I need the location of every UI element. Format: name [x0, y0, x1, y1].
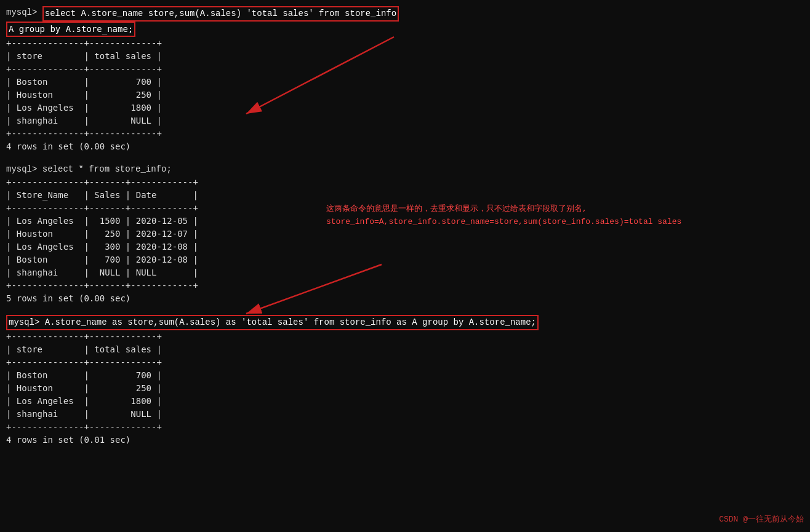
block3-table-sep-mid: +--------------+-------------+	[6, 356, 804, 369]
block3-row-1: | Boston | 700 |	[6, 369, 804, 382]
block1-table-header: | store | total sales |	[6, 50, 804, 63]
block3-table-header: | store | total sales |	[6, 343, 804, 356]
block2-table-header: | Store_Name | Sales | Date |	[6, 189, 804, 202]
annotation-block: 这两条命令的意思是一样的，去重求和显示，只不过给表和字段取了别名, store_…	[326, 203, 794, 229]
block1-table-sep-top: +--------------+-------------+	[6, 37, 804, 50]
block3-table-sep-bot: +--------------+-------------+	[6, 421, 804, 434]
block2-row-2: | Houston | 250 | 2020-12-07 |	[6, 228, 804, 240]
block3-cmd: mysql> A.store_name as store,sum(A.sales…	[6, 315, 539, 330]
block2-table-sep1: +--------------+-------+------------+	[6, 176, 804, 189]
block3-row-2: | Houston | 250 |	[6, 382, 804, 395]
block1-table-sep-bot: +--------------+-------------+	[6, 127, 804, 140]
block3-table-sep-top: +--------------+-------------+	[6, 330, 804, 343]
block1-row-4: | shanghai | NULL |	[6, 114, 804, 127]
annotation-line2: store_info=A,store_info.store_name=store…	[326, 217, 681, 226]
block3-section: mysql> A.store_name as store,sum(A.sales…	[6, 315, 804, 447]
block1-prompt-line: mysql> select A.store_name store,sum(A.s…	[6, 6, 804, 22]
block2-result: 5 rows in set (0.00 sec)	[6, 292, 804, 305]
block1-row-2: | Houston | 250 |	[6, 89, 804, 101]
block1-cmd-line2-container: A group by A.store_name;	[6, 22, 804, 37]
block2-row-4: | Boston | 700 | 2020-12-08 |	[6, 253, 804, 266]
block3-result: 4 rows in set (0.01 sec)	[6, 434, 804, 447]
annotation-line1: 这两条命令的意思是一样的，去重求和显示，只不过给表和字段取了别名,	[326, 204, 587, 213]
block2-prompt-line: mysql> select * from store_info;	[6, 163, 804, 176]
block2-row-5: | shanghai | NULL | NULL |	[6, 266, 804, 279]
block1-row-3: | Los Angeles | 1800 |	[6, 101, 804, 114]
block2-prompt: mysql>	[6, 163, 42, 176]
block2-section: mysql> select * from store_info; +------…	[6, 163, 804, 305]
watermark: CSDN @一往无前从今始	[719, 514, 804, 525]
block1-row-1: | Boston | 700 |	[6, 76, 804, 89]
block3-prompt-line: mysql> A.store_name as store,sum(A.sales…	[6, 315, 804, 330]
block3-row-4: | shanghai | NULL |	[6, 408, 804, 421]
block3-row-3: | Los Angeles | 1800 |	[6, 395, 804, 408]
block2-cmd: select * from store_info;	[42, 163, 172, 176]
block1-table-sep-mid: +--------------+-------------+	[6, 63, 804, 76]
block1-cmd-line2: A group by A.store_name;	[6, 22, 135, 37]
block1-result: 4 rows in set (0.00 sec)	[6, 140, 804, 153]
block1-cmd-line1: select A.store_name store,sum(A.sales) '…	[42, 6, 399, 22]
block1-section: mysql> select A.store_name store,sum(A.s…	[6, 6, 804, 153]
block2-table-sep3: +--------------+-------+------------+	[6, 279, 804, 292]
block2-row-3: | Los Angeles | 300 | 2020-12-08 |	[6, 240, 804, 253]
block1-prompt: mysql>	[6, 6, 42, 19]
